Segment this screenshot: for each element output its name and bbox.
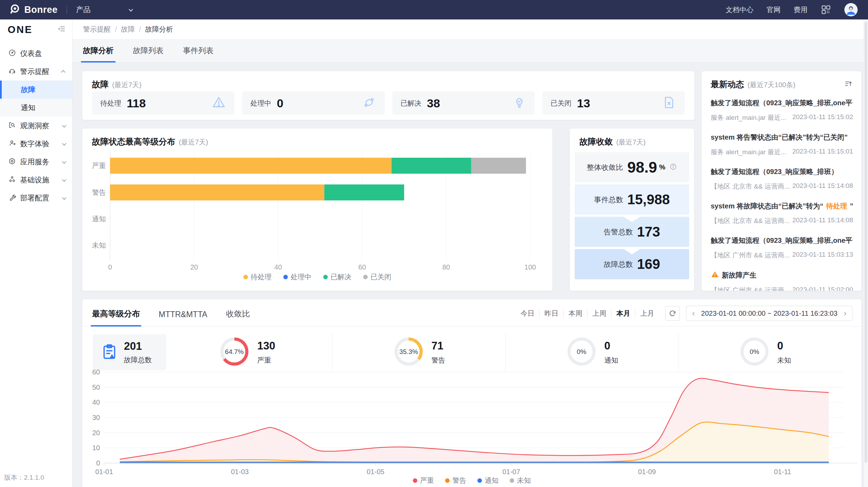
svg-text:未知: 未知	[92, 241, 106, 249]
one-logo: ONE	[8, 24, 33, 35]
apps-grid-icon[interactable]	[821, 5, 831, 15]
legend-dot	[510, 478, 514, 483]
summary-label: 未知	[777, 356, 791, 365]
trend-tab-最高等级分布[interactable]: 最高等级分布	[92, 308, 140, 326]
warning-triangle-icon	[211, 95, 226, 110]
breadcrumb-item[interactable]: 警示提醒	[83, 25, 111, 34]
convergence-value: 98.9	[627, 159, 657, 176]
next-range-icon[interactable]: ›	[844, 308, 846, 318]
legend-label: 已关闭	[370, 272, 391, 282]
svg-text:10: 10	[92, 444, 100, 452]
legend-处理中[interactable]: 处理中	[283, 272, 311, 282]
collapse-icon	[58, 25, 66, 33]
sidebar-collapse-icon[interactable]	[58, 25, 66, 34]
sidebar-item-label: 仪表盘	[20, 49, 67, 58]
date-range-picker[interactable]: ‹ 2023-01-01 00:00:00 ~ 2023-01-11 16:23…	[686, 306, 852, 321]
activity-item[interactable]: system 将故障状态由“已解决”转为“待处理”【地区 北京市 && 运营商.…	[711, 197, 853, 231]
trend-chart-legend: 严重警告通知未知	[82, 476, 861, 485]
activity-item-time: 2023-01-11 15:03:13	[792, 251, 853, 260]
quick-range-昨日[interactable]: 昨日	[539, 309, 563, 318]
quick-range-今日[interactable]: 今日	[516, 309, 539, 318]
bonree-logo-icon	[9, 3, 21, 16]
observe-icon	[8, 121, 16, 129]
alert-icon	[8, 67, 16, 75]
sort-icon[interactable]	[844, 79, 853, 90]
svg-text:20: 20	[92, 429, 100, 437]
avatar[interactable]	[844, 3, 858, 16]
activity-item[interactable]: 触发了通知流程（0923_响应策略_排班）【地区 北京市 && 运营商...20…	[711, 162, 853, 197]
sidebar-item-应用服务[interactable]: 应用服务	[0, 153, 72, 171]
sidebar-subitem-通知[interactable]: 通知	[0, 99, 72, 117]
breadcrumb-item[interactable]: 故障	[121, 25, 135, 34]
sidebar-subitem-故障[interactable]: 故障	[0, 81, 72, 99]
prev-range-icon[interactable]: ‹	[692, 308, 695, 318]
svg-text:80: 80	[442, 263, 450, 271]
convergence-value: 169	[637, 256, 660, 272]
brand[interactable]: Bonree	[0, 3, 58, 16]
quick-range-上月[interactable]: 上月	[635, 309, 659, 318]
breadcrumb-separator: /	[139, 25, 141, 33]
tab-故障列表[interactable]: 故障列表	[133, 46, 164, 62]
header-links: 文档中心官网费用	[726, 5, 808, 15]
infra-icon	[8, 175, 16, 183]
summary-label: 警告	[432, 356, 445, 365]
header-link-1[interactable]: 官网	[767, 5, 781, 15]
activity-item-time: 2023-01-11 15:02:00	[792, 286, 853, 291]
quick-range-本周[interactable]: 本周	[563, 309, 587, 318]
legend-dot	[445, 478, 450, 483]
legend-通知[interactable]: 通知	[477, 476, 499, 485]
tab-故障分析[interactable]: 故障分析	[83, 46, 114, 62]
product-menu[interactable]: 产品	[76, 5, 132, 15]
scrollbar-thumb[interactable]	[865, 22, 867, 463]
legend-已关闭[interactable]: 已关闭	[363, 272, 391, 282]
sidebar-item-数字体验[interactable]: 数字体验	[0, 135, 72, 153]
quick-range-上周[interactable]: 上周	[587, 309, 611, 318]
fault-stat-value: 38	[427, 97, 440, 110]
header-link-2[interactable]: 费用	[794, 5, 808, 15]
fault-stat-label: 已关闭	[551, 99, 571, 108]
chevron-down-icon	[62, 177, 67, 182]
legend-label: 通知	[485, 476, 499, 485]
legend-label: 处理中	[291, 272, 311, 282]
legend-已解决[interactable]: 已解决	[323, 272, 351, 282]
fault-stat-label: 处理中	[250, 99, 271, 108]
bar-chart-title: 故障状态最高等级分布	[92, 136, 175, 147]
legend-严重[interactable]: 严重	[413, 476, 434, 485]
legend-警告[interactable]: 警告	[445, 476, 466, 485]
sidebar-item-部署配置[interactable]: 部署配置	[0, 189, 72, 207]
sidebar-item-label: 数字体验	[20, 139, 58, 149]
convergence-row-告警总数: 告警总数173	[575, 217, 689, 247]
activity-item[interactable]: 触发了通知流程（0923_响应策略_排班,one平台...【地区 广州市 && …	[711, 231, 853, 265]
fault-stat-已解决: 已解决38	[392, 91, 535, 115]
activity-item[interactable]: 新故障产生【地区 广州市 && 运营商...2023-01-11 15:02:0…	[711, 265, 853, 291]
refresh-button[interactable]	[665, 306, 680, 321]
legend-未知[interactable]: 未知	[510, 476, 531, 485]
bar-chart-subtitle: (最近7天)	[179, 138, 208, 147]
activity-item[interactable]: 触发了通知流程（0923_响应策略_排班,one平台...服务 alert_ma…	[711, 93, 853, 128]
fault-stat-value: 0	[277, 97, 283, 110]
sidebar-item-警示提醒[interactable]: 警示提醒	[0, 63, 72, 81]
svg-text:60: 60	[358, 263, 366, 271]
tab-事件列表[interactable]: 事件列表	[183, 46, 214, 62]
donut-警告: 35.3%	[393, 336, 425, 368]
summary-value: 0	[777, 340, 791, 352]
scrollbar[interactable]	[863, 19, 868, 487]
page-tabs: 故障分析故障列表事件列表	[73, 39, 868, 63]
legend-label: 严重	[420, 476, 434, 485]
activity-item[interactable]: system 将告警状态由“已解决”转为“已关闭”服务 alert_main.j…	[711, 128, 853, 162]
bulb-check-icon	[512, 95, 526, 110]
activity-title: 最新动态	[711, 79, 744, 90]
svg-text:01-11: 01-11	[774, 468, 791, 474]
svg-text:01-09: 01-09	[638, 468, 656, 474]
sidebar-item-基础设施[interactable]: 基础设施	[0, 171, 72, 189]
header-link-0[interactable]: 文档中心	[726, 5, 753, 15]
sidebar-item-仪表盘[interactable]: 仪表盘	[0, 44, 72, 63]
info-icon[interactable]	[669, 163, 677, 172]
legend-待处理[interactable]: 待处理	[243, 272, 272, 282]
quick-range-本月[interactable]: 本月	[611, 309, 635, 318]
svg-text:50: 50	[92, 383, 100, 391]
sidebar-item-观测洞察[interactable]: 观测洞察	[0, 117, 72, 135]
legend-dot	[413, 478, 417, 483]
trend-tab-收敛比[interactable]: 收敛比	[226, 308, 250, 326]
trend-tab-MTTR&MTTA[interactable]: MTTR&MTTA	[159, 310, 207, 326]
